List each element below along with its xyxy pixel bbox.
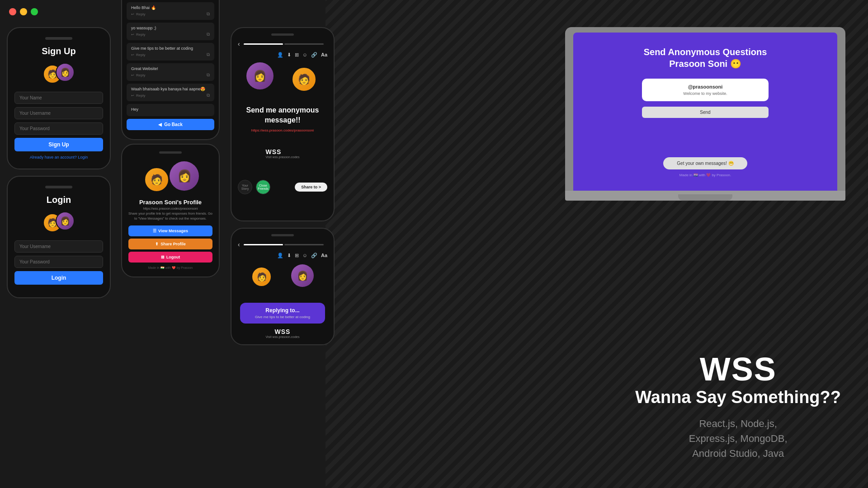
story-phone-1: ‹ 👤 ⬇ ⊞ ☺ 🔗 Aa 🧑 👩 Send m	[231, 27, 335, 221]
login-phone: Login 🧑 👩 Login	[7, 176, 111, 298]
maximize-button[interactable]	[31, 8, 38, 15]
download-icon[interactable]: ⬇	[287, 52, 291, 58]
login-button[interactable]: Login	[14, 271, 103, 285]
story-content: 🧑 👩 Send me anonymous message!! https://…	[238, 62, 327, 175]
story-top-bar: ‹	[238, 40, 327, 47]
sticker-2-icon[interactable]: ☺	[302, 253, 307, 258]
profile-avatar-fg: 🧑	[144, 167, 169, 192]
view-messages-button[interactable]: ☰ View Messages	[128, 225, 212, 236]
profile-name: Prasoon Soni's Profile	[128, 199, 212, 206]
story-link[interactable]: https://wss.prasoon.codes/prasoonsoni	[251, 128, 314, 132]
profile-phone: 👩 🧑 Prasoon Soni's Profile https://wss.p…	[121, 144, 220, 277]
login-title: Login	[14, 195, 103, 205]
avatar-right: 👩	[56, 63, 75, 82]
story-progress	[244, 43, 324, 45]
made-by-text: Made in 🇮🇳 with ❤️ by Prasoon.	[679, 173, 731, 177]
go-back-button[interactable]: ◀ Go Back	[127, 119, 214, 130]
message-item: yo wassupp ;) ↩ Reply ⧉	[127, 23, 214, 40]
story-avatar-left: 🧑	[292, 67, 316, 92]
center-column: Hello Bhai 🔥 ↩ Reply ⧉ yo wassupp ;) ↩ R…	[121, 0, 220, 277]
grid-2-icon[interactable]: ⊞	[295, 253, 299, 258]
story-2-brand-name: WSS	[238, 328, 327, 335]
phone-notch	[45, 37, 72, 40]
wss-branding-section: WSS Wanna Say Something?? React.js, Node…	[635, 353, 841, 461]
share-profile-button[interactable]: ⬆ Share Profile	[128, 239, 212, 249]
back-arrow-icon[interactable]: ‹	[238, 40, 240, 47]
text-style-icon[interactable]: Aa	[321, 52, 327, 58]
sticker-icon[interactable]: ☺	[302, 52, 307, 58]
copy-icon[interactable]: ⧉	[207, 32, 210, 37]
wss-title: WSS	[635, 353, 841, 385]
progress-bar-1	[244, 43, 283, 45]
already-account-text: Already have an account? Login	[14, 155, 103, 160]
minimize-button[interactable]	[20, 8, 27, 15]
laptop-screen: Send Anonymous Questions Prasoon Soni 😶 …	[573, 33, 837, 191]
progress-bar-2-2	[284, 244, 324, 245]
close-friends-button[interactable]: Close Friends	[256, 180, 270, 194]
logout-button[interactable]: ⊠ Logout	[128, 252, 212, 263]
copy-icon[interactable]: ⧉	[207, 11, 210, 17]
anon-username: @prasoonsoni	[651, 84, 760, 89]
story-avatar-right: 👩	[246, 62, 274, 89]
laptop-frame: Send Anonymous Questions Prasoon Soni 😶 …	[565, 27, 845, 191]
messages-phone: Hello Bhai 🔥 ↩ Reply ⧉ yo wassupp ;) ↩ R…	[121, 0, 220, 140]
story-brand-sub: Visit wss.prasoon.codes	[266, 155, 300, 159]
story-phone-2-notch	[271, 234, 294, 236]
login-password-input[interactable]	[14, 256, 103, 268]
story-phone-2: ‹ 👤 ⬇ ⊞ ☺ 🔗 Aa 🧑 👩 Replying to... Give m…	[231, 228, 335, 345]
story-2-brand-sub: Visit wss.prasoon.codes	[238, 335, 327, 338]
anon-send-button[interactable]: Send	[642, 107, 769, 118]
link-2-icon[interactable]: 🔗	[311, 253, 317, 258]
profile-url: https://wss.prasoon.codes/prasoonsoni	[128, 207, 212, 210]
story-column: ‹ 👤 ⬇ ⊞ ☺ 🔗 Aa 🧑 👩 Send m	[231, 27, 335, 345]
back-arrow-2-icon[interactable]: ‹	[238, 241, 240, 248]
anon-page-title: Send Anonymous Questions Prasoon Soni 😶	[644, 46, 767, 70]
profile-description: Share your profile link to get responses…	[128, 211, 212, 221]
copy-icon[interactable]: ⧉	[207, 52, 210, 57]
screen-content: Send Anonymous Questions Prasoon Soni 😶 …	[573, 33, 837, 191]
story-2-top-bar: ‹	[238, 241, 327, 248]
download-2-icon[interactable]: ⬇	[287, 253, 291, 258]
message-item: Hello Bhai 🔥 ↩ Reply ⧉	[127, 2, 214, 20]
window-controls	[9, 8, 38, 15]
signup-phone: Sign Up 🧑 👩 Sign Up Already have an acco…	[7, 27, 111, 169]
story-brand-area: WSS Visit wss.prasoon.codes	[266, 148, 300, 159]
message-item: Great Website! ↩ Reply ⧉	[127, 63, 214, 81]
avatar-right-login: 👩	[56, 211, 75, 230]
copy-icon[interactable]: ⧉	[207, 93, 210, 98]
laptop-section: Send Anonymous Questions Prasoon Soni 😶 …	[565, 27, 845, 201]
name-input[interactable]	[14, 92, 103, 104]
username-input[interactable]	[14, 107, 103, 119]
share-to-button[interactable]: Share to >	[295, 183, 327, 192]
story-2-brand-area: WSS Visit wss.prasoon.codes	[238, 328, 327, 338]
story-2-progress	[244, 244, 324, 245]
signup-button[interactable]: Sign Up	[14, 138, 103, 151]
signup-title: Sign Up	[14, 46, 103, 56]
story-2-avatar-left: 🧑	[251, 267, 272, 287]
anon-bottom-area: Get your own messages! 😁 Made in 🇮🇳 with…	[663, 157, 747, 177]
story-phone-notch	[271, 33, 294, 36]
grid-icon[interactable]: ⊞	[295, 52, 299, 58]
avatar-face-right-login: 👩	[57, 212, 74, 230]
link-icon[interactable]: 🔗	[311, 52, 317, 58]
profile-phone-notch	[159, 151, 182, 154]
replying-to-label: Replying to...	[246, 307, 319, 314]
message-item: Hey	[127, 104, 214, 116]
login-avatar-area: 🧑 👩	[14, 211, 103, 234]
your-story-button[interactable]: Your Story	[238, 180, 252, 194]
copy-icon[interactable]: ⧉	[207, 72, 210, 78]
login-username-input[interactable]	[14, 240, 103, 253]
story-main-text: Send me anonymous message!!	[238, 105, 327, 126]
person-icon[interactable]: 👤	[277, 52, 283, 58]
signup-avatar-area: 🧑 👩	[14, 63, 103, 85]
avatar-stack: 🧑 👩	[43, 63, 75, 85]
get-messages-button[interactable]: Get your own messages! 😁	[663, 157, 747, 169]
story-2-avatars: 🧑 👩	[238, 262, 327, 298]
profile-avatar-area: 👩 🧑	[128, 159, 212, 195]
close-button[interactable]	[9, 8, 16, 15]
person-2-icon[interactable]: 👤	[277, 253, 283, 258]
password-input[interactable]	[14, 122, 103, 135]
text-2-style-icon[interactable]: Aa	[321, 253, 327, 258]
avatar-stack-login: 🧑 👩	[43, 211, 75, 234]
message-item: Waah bhaIsaab kya banaya hai aapne😍 ↩ Re…	[127, 84, 214, 101]
